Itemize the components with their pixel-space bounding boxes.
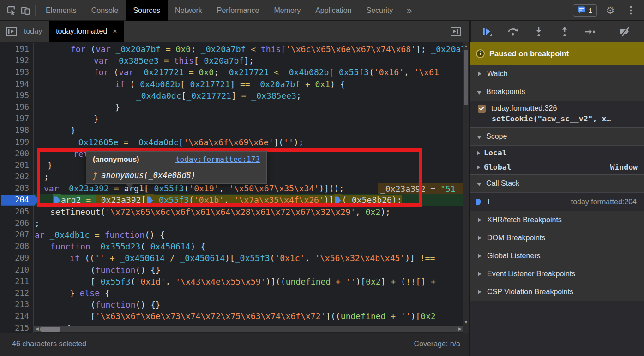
code-line-203[interactable]: 203var _0x23a392 = arg1[_0x55f3('0x19', … (0, 183, 463, 194)
line-number[interactable]: 211 (0, 276, 34, 287)
section-breakpoints[interactable]: Breakpoints (470, 83, 644, 101)
scope-global-row[interactable]: Global Window (470, 160, 644, 174)
section-scope[interactable]: Scope (470, 127, 644, 145)
tab-performance[interactable]: Performance (210, 0, 267, 21)
scope-local-row[interactable]: Local (470, 146, 644, 160)
call-stack-frame[interactable]: l today:formatted:204 (470, 192, 644, 211)
close-tab-icon[interactable]: × (113, 27, 117, 36)
line-number[interactable]: 196 (0, 101, 34, 113)
line-number[interactable]: 197 (0, 113, 34, 125)
line-number[interactable]: 209 (0, 252, 34, 264)
code-line-212[interactable]: 212} else { (0, 287, 463, 299)
device-toolbar-icon[interactable] (18, 3, 32, 17)
section-event-listener-breakpoints[interactable]: Event Listener Breakpoints (470, 265, 644, 283)
file-tab-today-formatted[interactable]: today:formatted × (49, 21, 124, 42)
settings-gear-icon[interactable]: ⚙ (603, 3, 617, 17)
tab-security[interactable]: Security (359, 0, 400, 21)
show-navigator-icon[interactable] (5, 24, 18, 38)
continue-to-here-icon[interactable] (334, 194, 342, 206)
line-number[interactable]: 207 (0, 229, 34, 241)
line-number[interactable]: 208 (0, 241, 34, 252)
code-line-193[interactable]: 193for (var _0x217721 = 0x0; _0x217721 <… (0, 66, 463, 78)
section-watch[interactable]: Watch (470, 65, 644, 83)
scroll-down-icon[interactable]: ▼ (464, 320, 468, 325)
line-number[interactable]: 204 (0, 194, 34, 206)
step-icon[interactable] (584, 25, 597, 39)
line-number[interactable]: 212 (0, 287, 34, 299)
continue-to-here-icon[interactable] (146, 194, 154, 206)
section-call-stack[interactable]: Call Stack (470, 174, 644, 192)
code-line-197[interactable]: 197} (0, 113, 463, 125)
step-over-icon[interactable] (506, 25, 520, 39)
line-number[interactable]: 193 (0, 66, 34, 78)
console-messages-button[interactable]: 1 (573, 4, 597, 17)
code-line-204[interactable]: 204arg2 = _0x23a392[_0x55f3('0x1b', '\x7… (0, 194, 463, 206)
line-number[interactable]: 194 (0, 78, 34, 90)
tab-sources[interactable]: Sources (126, 0, 168, 21)
code-line-209[interactable]: 209if (('' + _0x450614 / _0x450614)[_0x5… (0, 252, 463, 264)
horizontal-scroll-thumb[interactable] (40, 327, 60, 332)
code-line-207[interactable]: 207ar _0x4db1c = function() { (0, 229, 463, 241)
code-line-196[interactable]: 196} (0, 101, 463, 113)
section-global-listeners[interactable]: Global Listeners (470, 247, 644, 265)
code-line-210[interactable]: 210(function() {} (0, 264, 463, 276)
line-number[interactable]: 202 (0, 171, 34, 183)
code-line-208[interactable]: 208function _0x355d23(_0x450614) { (0, 241, 463, 252)
line-number[interactable]: 203 (0, 183, 34, 194)
editor-vertical-scrollbar[interactable]: ▲ ▼ (463, 42, 469, 333)
code-line-194[interactable]: 194if (_0x4b082b[_0x217721] == _0x20a7bf… (0, 78, 463, 90)
navigator-file-label[interactable]: today (24, 27, 42, 36)
code-line-213[interactable]: 213(function() {} (0, 299, 463, 310)
section-dom-breakpoints[interactable]: DOM Breakpoints (470, 229, 644, 247)
show-debugger-sidebar-icon[interactable] (449, 24, 463, 38)
line-number[interactable]: 206 (0, 218, 34, 229)
scroll-right-icon[interactable]: ▶ (458, 326, 462, 331)
line-number[interactable]: 214 (0, 310, 34, 322)
line-number[interactable]: 200 (0, 148, 34, 160)
tab-elements[interactable]: Elements (38, 0, 84, 21)
deactivate-breakpoints-icon[interactable] (618, 25, 632, 39)
source-editor[interactable]: 191for (var _0x20a7bf = 0x0; _0x20a7bf <… (0, 42, 469, 333)
breakpoint-checkbox[interactable] (478, 105, 486, 113)
tab-console[interactable]: Console (84, 0, 126, 21)
code-line-206[interactable]: 206; (0, 218, 463, 229)
code-line-195[interactable]: 195_0x4da0dc[_0x217721] = _0x385ee3; (0, 90, 463, 101)
inspect-element-icon[interactable] (5, 3, 18, 17)
continue-to-here-icon[interactable] (53, 194, 61, 206)
tooltip-source-link[interactable]: today:formatted:173 (175, 155, 260, 164)
breakpoint-snippet[interactable]: setCookie("acw_sc__v2", x… (492, 114, 644, 123)
line-number[interactable]: 192 (0, 55, 34, 66)
line-number[interactable]: 201 (0, 160, 34, 171)
more-tabs-chevron-icon[interactable]: » (402, 5, 416, 16)
tab-application[interactable]: Application (308, 0, 359, 21)
line-number[interactable]: 199 (0, 136, 34, 148)
more-options-icon[interactable] (624, 3, 638, 17)
line-number[interactable]: 205 (0, 206, 34, 218)
section-csp-violation-breakpoints[interactable]: CSP Violation Breakpoints (470, 283, 644, 301)
code-line-191[interactable]: 191for (var _0x20a7bf = 0x0; _0x20a7bf <… (0, 43, 463, 55)
code-line-192[interactable]: 192var _0x385ee3 = this[_0x20a7bf]; (0, 55, 463, 66)
scroll-left-icon[interactable]: ◀ (36, 326, 39, 331)
code-line-198[interactable]: 198} (0, 125, 463, 136)
line-number[interactable]: 213 (0, 299, 34, 310)
code-line-199[interactable]: 199_0x12605e = _0x4da0dc['\x6a\x6f\x69\x… (0, 136, 463, 148)
code-line-205[interactable]: 205setTimeout('\x72\x65\x6c\x6f\x61\x64\… (0, 206, 463, 218)
tab-network[interactable]: Network (168, 0, 210, 21)
code-line-211[interactable]: 211[_0x55f3('0x1d', '\x43\x4e\x55\x59')]… (0, 276, 463, 287)
vertical-scroll-thumb[interactable] (464, 50, 468, 105)
tab-memory[interactable]: Memory (266, 0, 308, 21)
line-number[interactable]: 215 (0, 322, 34, 333)
step-out-icon[interactable] (558, 25, 572, 39)
line-number[interactable]: 198 (0, 125, 34, 136)
section-xhr-breakpoints[interactable]: XHR/fetch Breakpoints (470, 211, 644, 229)
breakpoint-location[interactable]: today:formatted:326 (491, 104, 557, 113)
line-number[interactable]: 210 (0, 264, 34, 276)
scroll-up-icon[interactable]: ▲ (464, 44, 468, 48)
resume-script-icon[interactable] (480, 25, 494, 39)
editor-horizontal-scrollbar[interactable]: ◀ ▶ (34, 326, 463, 332)
step-into-icon[interactable] (532, 25, 546, 39)
code-line-214[interactable]: 214['\x63\x6f\x6e\x73\x74\x72\x75\x63\x7… (0, 310, 463, 322)
line-number[interactable]: 191 (0, 43, 34, 55)
breakpoint-entry[interactable]: today:formatted:326 setCookie("acw_sc__v… (470, 101, 644, 127)
line-number[interactable]: 195 (0, 90, 34, 101)
